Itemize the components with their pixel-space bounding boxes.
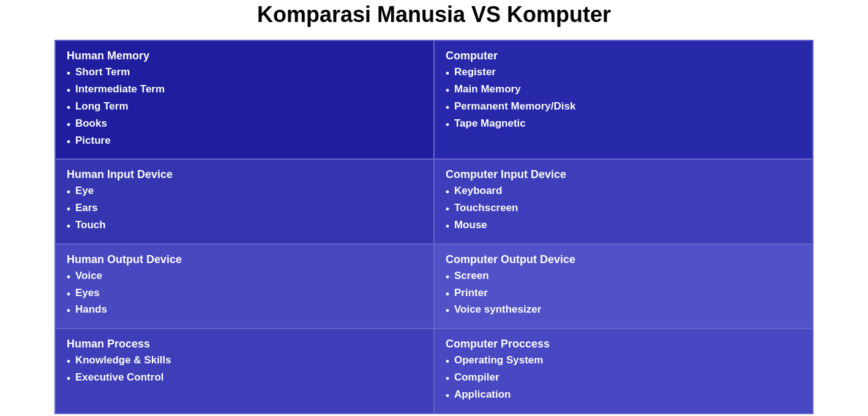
cell-right-row-3: Computer ProccessOperating SystemCompile… <box>434 329 813 413</box>
cell-header-left-row-2: Human Output Device <box>67 253 422 266</box>
list-item: Short Term <box>67 65 422 82</box>
list-item: Touch <box>67 218 422 235</box>
list-item: Screen <box>446 269 801 286</box>
list-item: Printer <box>446 286 801 303</box>
list-item: Main Memory <box>446 82 801 99</box>
cell-header-right-row-0: Computer <box>446 50 801 62</box>
list-item: Mouse <box>446 218 801 235</box>
list-item: Tape Magnetic <box>446 116 801 133</box>
cell-header-left-row-0: Human Memory <box>67 50 422 62</box>
cell-header-left-row-1: Human Input Device <box>67 168 422 181</box>
cell-right-row-0: ComputerRegisterMain MemoryPermanent Mem… <box>434 40 813 159</box>
list-item: Ears <box>67 201 422 218</box>
cell-header-right-row-2: Computer Output Device <box>446 253 801 266</box>
list-item: Voice synthesizer <box>446 302 801 319</box>
cell-header-right-row-1: Computer Input Device <box>446 168 801 181</box>
cell-list-right-row-2: ScreenPrinterVoice synthesizer <box>446 269 801 319</box>
list-item: Eye <box>67 184 422 201</box>
list-item: Compiler <box>446 370 801 387</box>
list-item: Long Term <box>67 99 422 116</box>
cell-list-right-row-1: KeyboardTouchscreenMouse <box>446 184 801 234</box>
list-item: Voice <box>67 269 422 286</box>
list-item: Books <box>67 116 422 133</box>
cell-right-row-2: Computer Output DeviceScreenPrinterVoice… <box>434 244 813 329</box>
list-item: Eyes <box>67 286 422 303</box>
cell-list-left-row-1: EyeEarsTouch <box>67 184 422 234</box>
list-item: Permanent Memory/Disk <box>446 99 801 116</box>
list-item: Register <box>446 65 801 82</box>
cell-list-left-row-2: VoiceEyesHands <box>67 269 422 319</box>
list-item: Knowledge & Skills <box>67 353 422 370</box>
list-item: Touchscreen <box>446 201 801 218</box>
list-item: Application <box>446 387 801 404</box>
cell-left-row-1: Human Input DeviceEyeEarsTouch <box>55 159 434 243</box>
list-item: Operating System <box>446 353 801 370</box>
cell-left-row-2: Human Output DeviceVoiceEyesHands <box>55 244 434 329</box>
comparison-table: Human MemoryShort TermIntermediate TermL… <box>54 40 814 414</box>
page-title: Komparasi Manusia VS Komputer <box>257 2 611 28</box>
cell-left-row-3: Human ProcessKnowledge & SkillsExecutive… <box>55 329 434 413</box>
cell-list-right-row-3: Operating SystemCompilerApplication <box>446 353 801 404</box>
cell-list-left-row-3: Knowledge & SkillsExecutive Control <box>67 353 422 387</box>
cell-left-row-0: Human MemoryShort TermIntermediate TermL… <box>55 40 434 159</box>
cell-header-right-row-3: Computer Proccess <box>446 338 801 351</box>
cell-right-row-1: Computer Input DeviceKeyboardTouchscreen… <box>434 159 813 243</box>
cell-list-left-row-0: Short TermIntermediate TermLong TermBook… <box>67 65 422 150</box>
list-item: Hands <box>67 302 422 319</box>
list-item: Executive Control <box>67 370 422 387</box>
list-item: Keyboard <box>446 184 801 201</box>
cell-header-left-row-3: Human Process <box>67 338 422 351</box>
cell-list-right-row-0: RegisterMain MemoryPermanent Memory/Disk… <box>446 65 801 133</box>
list-item: Intermediate Term <box>67 82 422 99</box>
list-item: Picture <box>67 133 422 150</box>
